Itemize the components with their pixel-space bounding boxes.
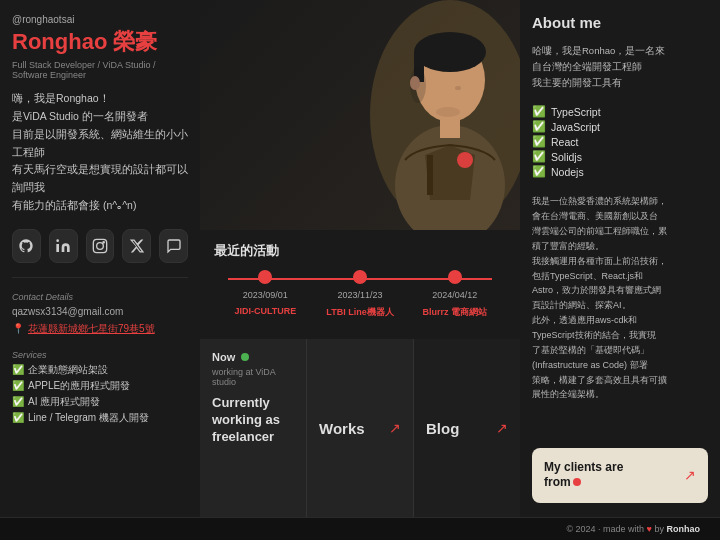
svg-point-13 xyxy=(436,107,460,117)
blog-arrow-icon: ↗ xyxy=(496,420,508,436)
bio-text: 嗨，我是Ronghao！ 是ViDA Studio 的一名開發者 目前是以開發系… xyxy=(12,90,188,215)
check-icon-2: ✅ xyxy=(12,394,24,410)
now-main-text: Currently working as freelancer xyxy=(212,395,294,446)
blog-card[interactable]: Blog ↗ xyxy=(414,339,520,517)
name-english: Ronghao xyxy=(12,30,107,54)
github-button[interactable] xyxy=(12,229,41,263)
timeline-dot-2 xyxy=(448,270,462,284)
svg-point-6 xyxy=(414,32,486,72)
activities-title: 最近的活動 xyxy=(214,242,506,260)
now-label: Now xyxy=(212,351,235,363)
timeline-label-1[interactable]: LTBI Line機器人 xyxy=(326,306,393,319)
skill-check-3: ✅ xyxy=(532,150,546,163)
check-icon-1: ✅ xyxy=(12,378,24,394)
footer-text: © 2024 · made with xyxy=(566,524,644,534)
skill-check-1: ✅ xyxy=(532,120,546,133)
svg-rect-0 xyxy=(93,239,106,252)
svg-point-14 xyxy=(410,67,426,103)
service-item-0: ✅ 企業動態網站架設 xyxy=(12,362,188,378)
timeline-dot-0 xyxy=(258,270,272,284)
timeline: 2023/09/01 JIDI-CULTURE 2023/11/23 LTBI … xyxy=(218,270,502,319)
skill-check-4: ✅ xyxy=(532,165,546,178)
bottom-cards: Now working at ViDA studio Currently wor… xyxy=(200,339,520,517)
main-content: 最近的活動 2023/09/01 JIDI-CULTURE 2023/11/23… xyxy=(200,0,520,517)
works-card[interactable]: Works ↗ xyxy=(307,339,414,517)
footer-author: Ronhao xyxy=(667,524,701,534)
service-item-1: ✅ APPLE的應用程式開發 xyxy=(12,378,188,394)
job-title: Full Stack Developer / ViDA Studio / Sof… xyxy=(12,60,188,80)
svg-point-9 xyxy=(457,152,473,168)
activities-section: 最近的活動 2023/09/01 JIDI-CULTURE 2023/11/23… xyxy=(200,230,520,339)
service-item-3: ✅ Line / Telegram 機器人開發 xyxy=(12,410,188,426)
svg-rect-11 xyxy=(440,118,460,138)
skills-list: ✅ TypeScript ✅ JavaScript ✅ React ✅ Soli… xyxy=(532,105,708,180)
services-label: Services xyxy=(12,350,188,360)
footer-heart: ♥ xyxy=(647,524,652,534)
contact-label: Contact Details xyxy=(12,292,188,302)
contact-section: Contact Details qazwsx3134@gmail.com 📍 花… xyxy=(12,292,188,336)
services-section: Services ✅ 企業動態網站架設 ✅ APPLE的應用程式開發 ✅ AI … xyxy=(12,346,188,426)
footer: © 2024 · made with ♥ by Ronhao xyxy=(0,517,720,540)
timeline-label-2[interactable]: Blurrz 電商網站 xyxy=(422,306,487,319)
green-status-dot xyxy=(241,353,249,361)
right-sidebar: About me 哈嘍，我是Ronhao，是一名來 自台灣的全端開發工程師 我主… xyxy=(520,0,720,517)
clients-dot xyxy=(573,478,581,486)
works-label: Works xyxy=(319,420,365,437)
check-icon-3: ✅ xyxy=(12,410,24,426)
timeline-date-1: 2023/11/23 xyxy=(337,290,382,300)
timeline-date-0: 2023/09/01 xyxy=(243,290,288,300)
handle: @ronghaotsai xyxy=(12,14,188,25)
name-chinese: 榮豪 xyxy=(113,27,157,57)
hero-section xyxy=(200,0,520,230)
footer-by: by xyxy=(654,524,664,534)
timeline-item-2: 2024/04/12 Blurrz 電商網站 xyxy=(407,270,502,319)
skill-javascript: ✅ JavaScript xyxy=(532,120,708,133)
clients-arrow-icon: ↗ xyxy=(684,467,696,483)
skill-typescript: ✅ TypeScript xyxy=(532,105,708,118)
location-icon: 📍 xyxy=(12,323,24,334)
left-sidebar: @ronghaotsai Ronghao 榮豪 Full Stack Devel… xyxy=(0,0,200,517)
now-subtitle: working at ViDA studio xyxy=(212,367,294,387)
email-link[interactable]: qazwsx3134@gmail.com xyxy=(12,306,123,317)
clients-label: My clients arefrom xyxy=(544,460,623,491)
location-text[interactable]: 花蓮縣新城鄉七星街79巷5號 xyxy=(28,322,155,336)
about-intro: 哈嘍，我是Ronhao，是一名來 自台灣的全端開發工程師 我主要的開發工具有 xyxy=(532,43,708,91)
now-card: Now working at ViDA studio Currently wor… xyxy=(200,339,307,517)
blog-label: Blog xyxy=(426,420,459,437)
clients-card[interactable]: My clients arefrom ↗ xyxy=(532,448,708,503)
svg-point-12 xyxy=(455,86,461,90)
skill-nodejs: ✅ Nodejs xyxy=(532,165,708,178)
message-button[interactable] xyxy=(159,229,188,263)
twitter-button[interactable] xyxy=(122,229,151,263)
about-title: About me xyxy=(532,14,708,31)
timeline-item-0: 2023/09/01 JIDI-CULTURE xyxy=(218,270,313,316)
linkedin-button[interactable] xyxy=(49,229,78,263)
timeline-dot-1 xyxy=(353,270,367,284)
skill-react: ✅ React xyxy=(532,135,708,148)
skill-solidjs: ✅ Solidjs xyxy=(532,150,708,163)
check-icon-0: ✅ xyxy=(12,362,24,378)
svg-rect-10 xyxy=(427,155,433,195)
svg-point-2 xyxy=(103,242,104,243)
skill-check-0: ✅ xyxy=(532,105,546,118)
svg-point-1 xyxy=(97,243,104,250)
about-body: 我是一位熱愛香濃的系統架構師， 會在台灣電商、美國新創以及台 灣雲端公司的前端工… xyxy=(532,194,708,402)
instagram-button[interactable] xyxy=(86,229,115,263)
service-item-2: ✅ AI 應用程式開發 xyxy=(12,394,188,410)
skill-check-2: ✅ xyxy=(532,135,546,148)
timeline-date-2: 2024/04/12 xyxy=(432,290,477,300)
social-icons-row xyxy=(12,229,188,263)
works-arrow-icon: ↗ xyxy=(389,420,401,436)
timeline-item-1: 2023/11/23 LTBI Line機器人 xyxy=(313,270,408,319)
timeline-label-0[interactable]: JIDI-CULTURE xyxy=(234,306,296,316)
